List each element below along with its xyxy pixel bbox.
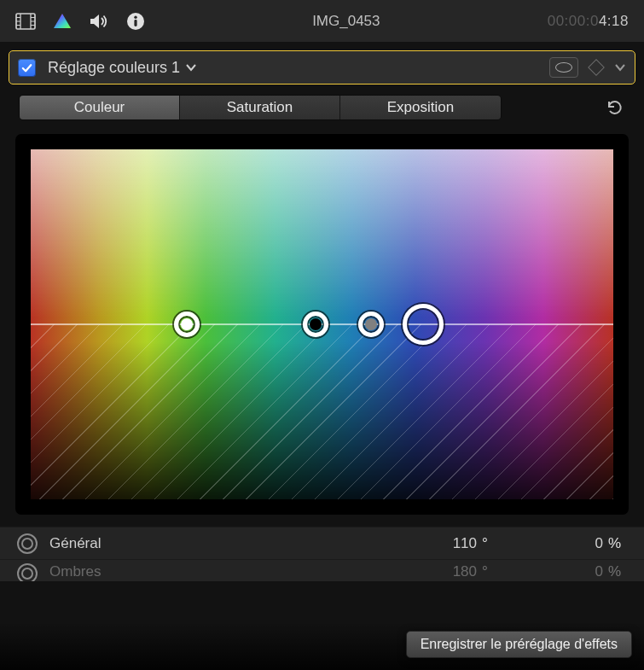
color-board-tabs: Couleur Saturation Exposition	[19, 95, 502, 120]
mask-button[interactable]	[549, 57, 578, 78]
param-unit-1: °	[477, 535, 501, 552]
save-effects-preset-button[interactable]: Enregistrer le préréglage d'effets	[406, 631, 632, 658]
param-unit-2: %	[603, 563, 627, 580]
color-board-container	[15, 134, 629, 515]
param-row-general[interactable]: Général 110 ° 0 %	[0, 527, 644, 559]
svg-point-11	[134, 15, 136, 18]
keyframe-diamond-icon[interactable]	[588, 59, 605, 76]
disclosure-icon[interactable]	[17, 563, 38, 581]
timecode-dim: 00:00:0	[548, 13, 599, 29]
effect-title-dropdown[interactable]: Réglage couleurs 1	[48, 59, 197, 77]
ellipse-icon	[555, 62, 572, 73]
tab-couleur[interactable]: Couleur	[20, 96, 180, 119]
puck-midtones[interactable]	[358, 312, 384, 337]
effect-enabled-checkbox[interactable]	[18, 59, 36, 77]
volume-icon[interactable]	[89, 13, 109, 30]
disclosure-icon[interactable]	[17, 533, 38, 554]
color-prism-icon[interactable]	[53, 13, 72, 30]
inspector-header-icons	[15, 12, 145, 31]
tab-saturation[interactable]: Saturation	[180, 96, 340, 119]
param-unit-1: °	[477, 563, 501, 580]
inspector-header: IMG_0453 00:00:04:18	[0, 0, 644, 43]
puck-highlights[interactable]	[403, 304, 444, 345]
expand-chevron-down-icon[interactable]	[614, 63, 626, 72]
clip-title: IMG_0453	[145, 13, 548, 30]
param-value-2[interactable]: 0	[543, 563, 603, 580]
effect-header-bar[interactable]: Réglage couleurs 1	[9, 50, 635, 84]
info-icon[interactable]	[126, 12, 145, 31]
color-board[interactable]	[15, 134, 629, 515]
chevron-down-icon	[185, 63, 197, 72]
puck-global[interactable]	[174, 312, 200, 337]
filmstrip-icon[interactable]	[15, 13, 36, 30]
timecode-emph: 4:18	[599, 13, 629, 29]
timecode: 00:00:04:18	[548, 13, 629, 30]
param-row-partial[interactable]: Ombres 180 ° 0 %	[0, 559, 644, 581]
effect-title-label: Réglage couleurs 1	[48, 59, 180, 77]
tab-row: Couleur Saturation Exposition	[0, 84, 644, 129]
svg-marker-9	[54, 14, 71, 28]
param-unit-2: %	[603, 535, 627, 552]
param-value-1[interactable]: 180	[417, 563, 477, 580]
reset-button[interactable]	[603, 96, 625, 119]
svg-rect-12	[134, 20, 136, 26]
puck-shadows[interactable]	[303, 312, 328, 337]
param-value-2[interactable]: 0	[543, 535, 603, 552]
param-label: Général	[49, 535, 417, 552]
param-value-1[interactable]: 110	[417, 535, 477, 552]
reset-arrow-icon	[605, 98, 624, 117]
tab-exposition[interactable]: Exposition	[340, 96, 501, 119]
param-label: Ombres	[49, 563, 417, 580]
